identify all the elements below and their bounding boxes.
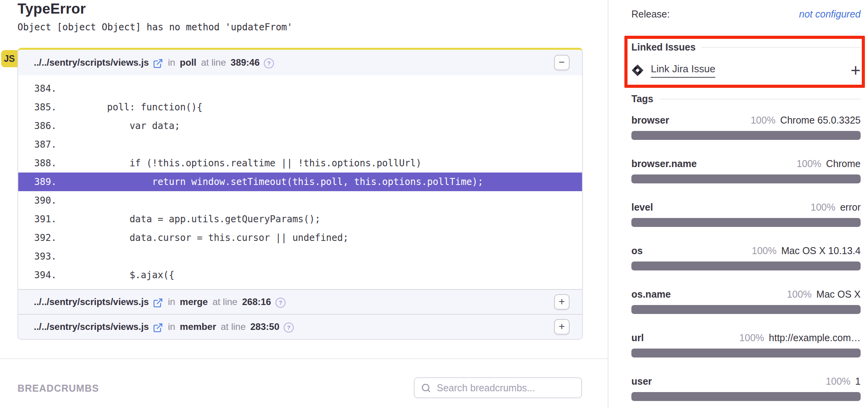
frame-in-label: in <box>168 296 175 307</box>
frame-atline-label: at line <box>201 57 226 68</box>
tag-percent: 100% <box>826 376 851 387</box>
tag-distribution-bar <box>631 262 861 270</box>
line-number: 388. <box>18 154 62 173</box>
release-row: Release: not configured <box>631 9 861 20</box>
tag-percent: 100% <box>739 332 764 343</box>
collapse-frame-button[interactable]: − <box>554 55 570 70</box>
breadcrumbs-search[interactable] <box>414 377 582 398</box>
help-icon[interactable]: ? <box>275 297 286 308</box>
linked-issues-heading: Linked Issues <box>631 42 695 53</box>
frame-function: poll <box>180 57 197 68</box>
code-line: 390. <box>18 191 582 210</box>
line-number: 391. <box>18 210 62 228</box>
breadcrumbs-search-input[interactable] <box>436 382 575 394</box>
page-title: TypeError <box>17 1 86 17</box>
code-context: 384. 385. poll: function(){ 386. var dat… <box>18 75 582 289</box>
tag-key: os <box>631 245 643 256</box>
svg-text:?: ? <box>267 60 271 66</box>
tag-row: level 100%error <box>631 202 861 227</box>
code-line: 384. <box>18 79 582 98</box>
line-text: return window.setTimeout(this.poll, this… <box>62 176 483 187</box>
help-icon[interactable]: ? <box>263 58 274 69</box>
tag-value: Chrome 65.0.3325 <box>780 115 861 126</box>
linked-issues-section: Linked Issues Link Jira Issue + <box>631 42 861 78</box>
line-text: data.cursor = this.cursor || undefined; <box>62 232 349 243</box>
tag-value: 1 <box>855 376 861 387</box>
frame-line-number: 268:16 <box>242 296 271 307</box>
frame-function: merge <box>180 296 208 307</box>
line-text: var data; <box>62 120 180 131</box>
tag-key: os.name <box>631 289 671 300</box>
frame-in-label: in <box>168 321 175 332</box>
tag-distribution-bar <box>631 305 861 314</box>
tag-percent: 100% <box>752 245 777 256</box>
release-label: Release: <box>631 9 670 20</box>
tag-key: browser <box>631 115 669 126</box>
line-text: if (!this.options.realtime || !this.opti… <box>62 158 422 169</box>
tag-row: browser.name 100%Chrome <box>631 158 861 183</box>
external-link-icon[interactable] <box>153 323 163 333</box>
line-number: 385. <box>18 98 62 117</box>
tag-row: os.name 100%Mac OS X <box>631 289 861 314</box>
line-number: 390. <box>18 191 62 210</box>
tag-row: os 100%Mac OS X 10.13.4 <box>631 245 861 270</box>
heading-rule <box>660 99 861 99</box>
code-line: 386. var data; <box>18 117 582 135</box>
tag-distribution-bar <box>631 174 861 183</box>
tag-row: url 100%http://example.com… <box>631 332 861 357</box>
tag-value: Chrome <box>826 158 861 169</box>
stacktrace-card: JS ../../sentry/scripts/views.js in poll… <box>17 48 583 340</box>
main-panel: TypeError Object [object Object] has no … <box>0 0 608 408</box>
line-text: data = app.utils.getQueryParams(); <box>62 214 321 225</box>
frame-in-label: in <box>168 57 175 68</box>
line-number: 384. <box>18 79 62 98</box>
code-line: 388. if (!this.options.realtime || !this… <box>18 154 582 173</box>
code-line: 389. return window.setTimeout(this.poll,… <box>18 173 582 191</box>
tag-key: level <box>631 202 653 213</box>
frame-function: member <box>180 321 216 332</box>
expand-frame-button[interactable]: + <box>554 294 570 310</box>
tag-key: url <box>631 332 644 343</box>
line-number: 394. <box>18 266 62 284</box>
tag-distribution-bar <box>631 218 861 227</box>
tag-key: browser.name <box>631 158 697 169</box>
external-link-icon[interactable] <box>153 58 163 69</box>
external-link-icon[interactable] <box>153 298 163 308</box>
line-number: 392. <box>18 228 62 247</box>
tags-section: Tags browser 100%Chrome 65.0.3325 browse… <box>631 93 861 401</box>
frame-file: ../../sentry/scripts/views.js <box>34 321 149 332</box>
tag-value: http://example.com… <box>769 332 861 343</box>
tag-value: Mac OS X <box>816 289 861 300</box>
help-icon[interactable]: ? <box>283 322 294 333</box>
platform-badge-js: JS <box>1 50 17 67</box>
code-line: 391. data = app.utils.getQueryParams(); <box>18 210 582 228</box>
jira-icon <box>631 64 644 77</box>
frame-header-poll: ../../sentry/scripts/views.js in poll at… <box>18 50 582 75</box>
frame-atline-label: at line <box>221 321 246 332</box>
tag-percent: 100% <box>751 115 776 126</box>
tag-percent: 100% <box>787 289 812 300</box>
release-not-configured-link[interactable]: not configured <box>799 9 861 20</box>
line-number: 389. <box>18 173 62 191</box>
frame-header-member: ../../sentry/scripts/views.js in member … <box>18 314 582 339</box>
search-icon <box>421 383 431 393</box>
frame-line-number: 283:50 <box>250 321 279 332</box>
link-jira-issue-link[interactable]: Link Jira Issue <box>651 63 715 78</box>
code-line: 385. poll: function(){ <box>18 98 582 117</box>
line-text: poll: function(){ <box>62 102 202 113</box>
svg-text:?: ? <box>279 299 282 306</box>
tag-list: browser 100%Chrome 65.0.3325 browser.nam… <box>631 115 861 401</box>
frame-file: ../../sentry/scripts/views.js <box>34 296 149 307</box>
line-number: 387. <box>18 135 62 154</box>
expand-frame-button[interactable]: + <box>554 319 570 335</box>
frame-atline-label: at line <box>213 296 237 307</box>
svg-text:?: ? <box>287 324 290 331</box>
tag-row: user 100%1 <box>631 376 861 401</box>
add-linked-issue-button[interactable]: + <box>851 64 861 77</box>
tag-percent: 100% <box>797 158 821 169</box>
section-divider <box>0 358 608 359</box>
tag-distribution-bar <box>631 392 861 401</box>
line-text: $.ajax({ <box>62 270 174 281</box>
tag-value: error <box>840 202 861 213</box>
line-number: 393. <box>18 247 62 266</box>
